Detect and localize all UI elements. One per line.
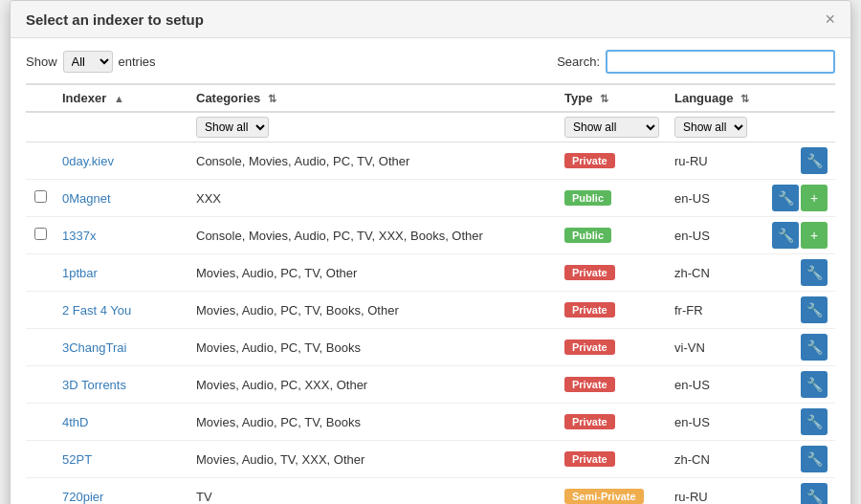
filter-categories-cell: Show all Console Movies Audio TV Other — [188, 112, 557, 142]
row-actions: 🔧 — [762, 292, 835, 329]
indexer-link[interactable]: 52PT — [62, 452, 92, 467]
row-type: Private — [557, 404, 667, 441]
categories-sort-icon: ⇅ — [268, 93, 276, 105]
row-type: Private — [557, 366, 667, 404]
row-language: ru-RU — [667, 478, 762, 505]
row-categories: TV — [188, 478, 557, 505]
search-label: Search: — [557, 55, 600, 69]
wrench-button[interactable]: 🔧 — [801, 371, 828, 398]
plus-button[interactable]: + — [801, 185, 828, 211]
table-row: 2 Fast 4 YouMovies, Audio, PC, TV, Books… — [26, 292, 835, 329]
indexer-link[interactable]: 0Magnet — [62, 191, 111, 206]
table-row: 0day.kievConsole, Movies, Audio, PC, TV,… — [26, 142, 835, 180]
language-filter-select[interactable]: Show all en-US ru-RU fr-FR zh-CN vi-VN — [674, 117, 747, 138]
indexer-link[interactable]: 4thD — [62, 415, 88, 429]
row-checkbox-cell — [26, 404, 55, 441]
type-header-label: Type — [564, 91, 592, 105]
row-checkbox-cell — [26, 478, 55, 505]
filter-type-cell: Show all Private Public Semi-Private — [557, 112, 667, 142]
table-row: 0MagnetXXXPublicen-US🔧+ — [26, 180, 835, 217]
categories-filter-select[interactable]: Show all Console Movies Audio TV Other — [196, 117, 269, 138]
row-categories: Movies, Audio, PC, TV, Other — [188, 254, 557, 292]
row-actions: 🔧 — [762, 441, 835, 478]
row-type: Semi-Private — [557, 478, 667, 505]
row-checkbox-cell — [26, 142, 55, 180]
col-language-header[interactable]: Language ⇅ — [667, 84, 762, 112]
row-indexer: 3D Torrents — [55, 366, 188, 404]
wrench-button[interactable]: 🔧 — [801, 296, 828, 323]
type-badge: Private — [564, 451, 615, 467]
col-checkbox — [26, 84, 55, 112]
type-badge: Private — [564, 377, 615, 392]
table-header-row: Indexer ▲ Categories ⇅ Type ⇅ Language ⇅ — [26, 84, 835, 112]
row-type: Private — [557, 254, 667, 292]
type-badge: Public — [564, 190, 611, 206]
row-actions: 🔧 — [762, 254, 835, 292]
col-categories-header[interactable]: Categories ⇅ — [188, 84, 557, 112]
row-actions: 🔧 — [762, 142, 835, 180]
row-categories: Movies, Audio, PC, TV, Books, Other — [188, 292, 557, 329]
row-checkbox-cell — [26, 292, 55, 329]
wrench-button[interactable]: 🔧 — [801, 446, 828, 472]
search-row: Search: — [557, 50, 835, 74]
wrench-button[interactable]: 🔧 — [801, 147, 828, 174]
plus-button[interactable]: + — [801, 222, 828, 249]
row-indexer: 1ptbar — [55, 254, 188, 292]
col-actions-header — [762, 84, 835, 112]
type-sort-icon: ⇅ — [600, 93, 608, 105]
col-indexer-header[interactable]: Indexer ▲ — [55, 84, 188, 112]
row-checkbox[interactable] — [34, 190, 47, 203]
row-language: en-US — [667, 217, 762, 254]
indexer-link[interactable]: 3ChangTrai — [62, 340, 126, 355]
wrench-button[interactable]: 🔧 — [801, 259, 828, 286]
type-badge: Private — [564, 340, 615, 355]
row-indexer: 3ChangTrai — [55, 329, 188, 366]
row-language: ru-RU — [667, 142, 762, 180]
close-button[interactable]: × — [825, 11, 835, 28]
type-badge: Semi-Private — [564, 489, 644, 504]
table-row: 3ChangTraiMovies, Audio, PC, TV, BooksPr… — [26, 329, 835, 366]
row-language: en-US — [667, 180, 762, 217]
row-type: Public — [557, 217, 667, 254]
entries-select[interactable]: All 10 25 50 100 — [63, 51, 113, 73]
indexer-link[interactable]: 2 Fast 4 You — [62, 303, 131, 318]
indexer-link[interactable]: 3D Torrents — [62, 378, 126, 392]
row-language: fr-FR — [667, 292, 762, 329]
language-header-label: Language — [674, 91, 733, 105]
indexer-link[interactable]: 0day.kiev — [62, 154, 114, 168]
indexer-link[interactable]: 720pier — [62, 490, 103, 504]
row-checkbox[interactable] — [34, 228, 47, 240]
row-actions: 🔧 — [762, 478, 835, 505]
entries-label: entries — [119, 55, 156, 69]
modal-body: Show All 10 25 50 100 entries Search: — [11, 38, 850, 504]
indexer-link[interactable]: 1ptbar — [62, 266, 98, 280]
type-badge: Private — [564, 153, 615, 168]
row-type: Private — [557, 329, 667, 366]
type-badge: Private — [564, 265, 615, 280]
row-actions: 🔧 — [762, 366, 835, 404]
controls-row: Show All 10 25 50 100 entries Search: — [26, 50, 835, 74]
table-row: 4thDMovies, Audio, PC, TV, BooksPrivatee… — [26, 404, 835, 441]
filter-indexer-cell — [55, 112, 188, 142]
type-badge: Private — [564, 414, 615, 429]
col-type-header[interactable]: Type ⇅ — [557, 84, 667, 112]
wrench-button[interactable]: 🔧 — [772, 222, 799, 249]
indexer-header-label: Indexer — [62, 91, 106, 105]
indexer-sort-icon: ▲ — [114, 93, 124, 104]
indexer-link[interactable]: 1337x — [62, 229, 96, 243]
row-categories: Movies, Audio, TV, XXX, Other — [188, 441, 557, 478]
show-entries-control: Show All 10 25 50 100 entries — [26, 51, 156, 73]
type-badge: Public — [564, 228, 611, 243]
type-filter-select[interactable]: Show all Private Public Semi-Private — [564, 117, 659, 138]
row-language: en-US — [667, 366, 762, 404]
row-categories: Console, Movies, Audio, PC, TV, XXX, Boo… — [188, 217, 557, 254]
wrench-button[interactable]: 🔧 — [801, 334, 828, 361]
search-input[interactable] — [606, 50, 835, 74]
indexers-table: Indexer ▲ Categories ⇅ Type ⇅ Language ⇅ — [26, 83, 835, 504]
wrench-button[interactable]: 🔧 — [772, 185, 799, 211]
filter-row: Show all Console Movies Audio TV Other S… — [26, 112, 835, 142]
wrench-button[interactable]: 🔧 — [801, 408, 828, 435]
row-indexer: 0Magnet — [55, 180, 188, 217]
wrench-button[interactable]: 🔧 — [801, 483, 828, 504]
row-checkbox-cell — [26, 366, 55, 404]
